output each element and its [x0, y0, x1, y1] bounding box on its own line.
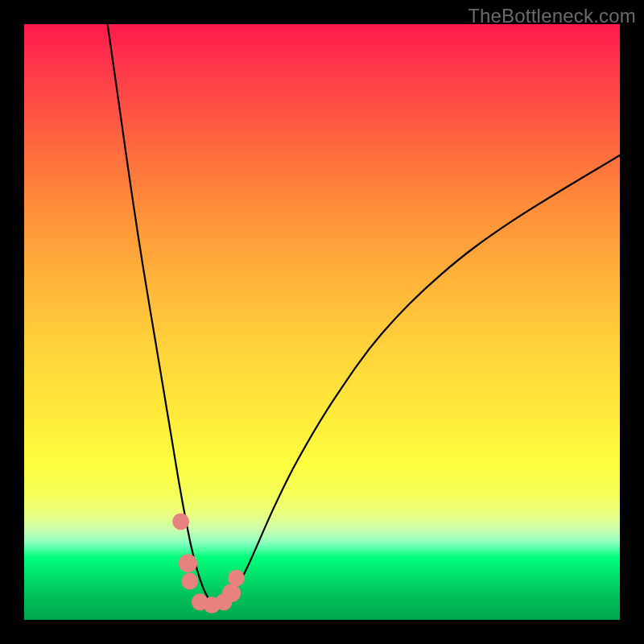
highlight-marker	[222, 584, 241, 602]
bottleneck-chart-svg	[24, 24, 620, 620]
highlight-marker	[228, 570, 245, 587]
highlight-marker	[179, 554, 197, 572]
highlight-marker	[181, 572, 198, 589]
highlight-markers	[172, 513, 245, 613]
highlight-marker	[172, 513, 189, 530]
chart-area	[24, 24, 620, 620]
watermark-text: TheBottleneck.com	[468, 5, 636, 27]
